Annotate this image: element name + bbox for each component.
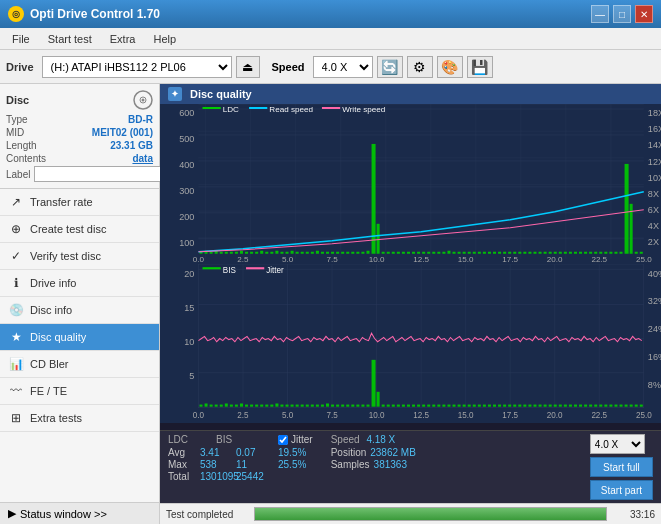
svg-rect-189 [326, 403, 329, 406]
refresh-button[interactable]: 🔄 [377, 56, 403, 78]
svg-rect-76 [402, 252, 405, 254]
svg-rect-85 [447, 251, 450, 254]
svg-rect-43 [235, 252, 238, 254]
disc-quality-icon: ★ [8, 329, 24, 345]
svg-text:25.0: 25.0 [636, 255, 652, 264]
svg-text:0.0: 0.0 [193, 255, 205, 264]
disc-info-icon: 💿 [8, 302, 24, 318]
svg-rect-89 [468, 252, 471, 254]
svg-rect-241 [589, 404, 592, 406]
svg-text:25.0: 25.0 [636, 410, 652, 420]
settings-button[interactable]: ⚙ [407, 56, 433, 78]
svg-rect-117 [609, 252, 612, 254]
stats-jitter: Jitter 19.5% 25.5% [278, 434, 313, 471]
stats-buttons: 4.0 X Start full Start part [590, 434, 653, 500]
disc-contents-value[interactable]: data [132, 153, 153, 164]
svg-text:5.0: 5.0 [282, 255, 294, 264]
save-button[interactable]: 💾 [467, 56, 493, 78]
drive-select[interactable]: (H:) ATAPI iHBS112 2 PL06 [42, 56, 232, 78]
svg-rect-197 [366, 404, 369, 406]
svg-rect-210 [432, 404, 435, 406]
sidebar-item-extra-tests[interactable]: ⊞ Extra tests [0, 405, 159, 432]
sidebar-item-create-test[interactable]: ⊕ Create test disc [0, 216, 159, 243]
svg-rect-169 [225, 403, 228, 406]
minimize-button[interactable]: — [591, 5, 609, 23]
svg-rect-90 [473, 252, 476, 254]
svg-rect-72 [382, 252, 385, 254]
jitter-checkbox[interactable] [278, 435, 288, 445]
sidebar-item-verify-test[interactable]: ✓ Verify test disc [0, 243, 159, 270]
svg-rect-45 [245, 252, 248, 254]
disc-label-input[interactable] [34, 166, 167, 182]
svg-rect-88 [463, 252, 466, 254]
sidebar-item-fe-te[interactable]: 〰 FE / TE [0, 378, 159, 405]
sidebar-item-cd-bler[interactable]: 📊 CD Bler [0, 351, 159, 378]
progress-area: Test completed 33:16 [160, 503, 661, 524]
svg-rect-236 [564, 404, 567, 406]
svg-rect-216 [463, 404, 466, 406]
svg-rect-240 [584, 404, 587, 406]
sidebar-menu: ↗ Transfer rate ⊕ Create test disc ✓ Ver… [0, 189, 159, 502]
menu-help[interactable]: Help [145, 31, 184, 47]
disc-label-row: Label 📝 [6, 166, 153, 182]
sidebar-item-disc-quality[interactable]: ★ Disc quality [0, 324, 159, 351]
right-content: ✦ Disc quality 600 500 400 300 200 [160, 84, 661, 524]
chart-title-text: Disc quality [190, 88, 252, 100]
svg-text:4X: 4X [648, 221, 659, 231]
svg-rect-212 [442, 404, 445, 406]
speed-select[interactable]: 4.0 X [313, 56, 373, 78]
disc-mid-value: MEIT02 (001) [92, 127, 153, 138]
svg-rect-243 [599, 404, 602, 406]
svg-rect-98 [513, 252, 516, 254]
ldc-header: LDC [168, 434, 188, 445]
svg-text:Jitter: Jitter [266, 264, 284, 274]
close-button[interactable]: ✕ [635, 5, 653, 23]
svg-rect-232 [544, 404, 547, 406]
svg-text:12.5: 12.5 [413, 255, 429, 264]
svg-text:20.0: 20.0 [547, 255, 563, 264]
svg-text:20.0: 20.0 [547, 410, 563, 420]
svg-rect-93 [488, 252, 491, 254]
extra-tests-icon: ⊞ [8, 410, 24, 426]
stats-ldc-bis: LDC BIS Avg 3.41 0.07 Max 538 11 Total 1… [168, 434, 264, 482]
maximize-button[interactable]: □ [613, 5, 631, 23]
svg-rect-77 [407, 252, 410, 254]
svg-rect-239 [579, 404, 582, 406]
svg-rect-195 [356, 404, 359, 406]
svg-rect-207 [417, 404, 420, 406]
start-full-button[interactable]: Start full [590, 457, 653, 477]
status-window-icon: ▶ [8, 507, 16, 520]
stats-speed-position: Speed 4.18 X Position 23862 MB Samples 3… [331, 434, 416, 470]
total-label: Total [168, 471, 196, 482]
svg-rect-180 [280, 404, 283, 406]
svg-rect-111 [579, 252, 582, 254]
sidebar-item-drive-info[interactable]: ℹ Drive info [0, 270, 159, 297]
svg-text:5: 5 [189, 371, 194, 381]
svg-rect-254 [246, 267, 264, 269]
stats-bar: LDC BIS Avg 3.41 0.07 Max 538 11 Total 1… [160, 430, 661, 503]
menu-start-test[interactable]: Start test [40, 31, 100, 47]
svg-rect-120 [625, 164, 629, 254]
svg-text:400: 400 [179, 160, 194, 170]
menu-bar: File Start test Extra Help [0, 28, 661, 50]
sidebar-item-transfer-rate[interactable]: ↗ Transfer rate [0, 189, 159, 216]
svg-rect-109 [569, 252, 572, 254]
start-part-button[interactable]: Start part [590, 480, 653, 500]
svg-rect-66 [351, 252, 354, 254]
menu-extra[interactable]: Extra [102, 31, 144, 47]
svg-rect-199 [377, 392, 380, 407]
theme-button[interactable]: 🎨 [437, 56, 463, 78]
svg-rect-223 [498, 404, 501, 406]
transfer-rate-icon: ↗ [8, 194, 24, 210]
sidebar-item-label-create-test: Create test disc [30, 223, 106, 235]
svg-rect-79 [417, 252, 420, 254]
sidebar-item-disc-info[interactable]: 💿 Disc info [0, 297, 159, 324]
svg-text:16%: 16% [648, 351, 661, 361]
speed-dropdown[interactable]: 4.0 X [590, 434, 645, 454]
menu-file[interactable]: File [4, 31, 38, 47]
svg-rect-102 [533, 252, 536, 254]
svg-rect-221 [488, 404, 491, 406]
eject-button[interactable]: ⏏ [236, 56, 260, 78]
status-window-bar[interactable]: ▶ Status window >> [0, 502, 159, 524]
svg-rect-73 [387, 252, 390, 254]
